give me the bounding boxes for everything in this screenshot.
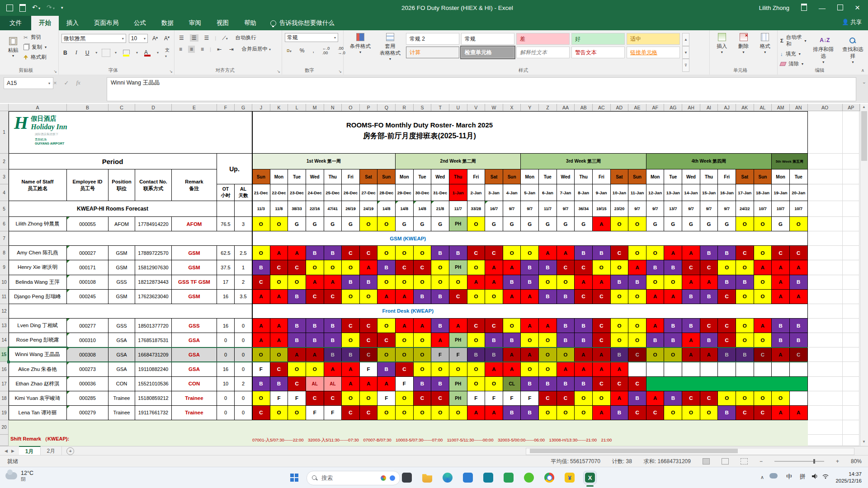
shift-cell[interactable]: A — [521, 319, 539, 333]
shift-cell[interactable]: O — [557, 406, 575, 420]
column-title-contact-no-[interactable]: Contact No.联系方式 — [135, 169, 172, 201]
forecast-label-cell[interactable]: KWEAP-HI Rooms Forecast — [9, 201, 217, 217]
row-header-9[interactable]: 9 — [0, 260, 9, 275]
shift-cell[interactable]: F — [485, 391, 503, 406]
shift-cell[interactable]: A — [377, 290, 396, 304]
empty-cell[interactable] — [843, 154, 859, 169]
shift-cell[interactable]: B — [557, 377, 575, 391]
empty-cell[interactable] — [808, 304, 843, 319]
row-header-10[interactable]: 10 — [0, 275, 9, 290]
shift-cell[interactable]: A — [270, 319, 288, 333]
column-header-G[interactable]: G — [235, 104, 252, 111]
shift-cell[interactable]: G — [342, 217, 360, 231]
date-cell[interactable]: 1-Jan — [449, 184, 467, 201]
forecast-cell[interactable]: 14/8 — [396, 201, 414, 217]
column-header-AO[interactable]: AO — [808, 104, 843, 111]
column-header-K[interactable]: K — [270, 104, 288, 111]
shift-cell[interactable]: B — [718, 275, 736, 290]
shift-cell[interactable]: A — [503, 347, 521, 362]
ribbon-tab-开始[interactable]: 开始 — [31, 16, 59, 30]
ot-value-cell[interactable]: 37.5 — [217, 260, 235, 275]
column-header-E[interactable]: E — [172, 104, 217, 111]
al-value-cell[interactable]: 0 — [235, 319, 252, 333]
date-cell[interactable]: 2-Jan — [467, 184, 486, 201]
volume-icon[interactable] — [811, 473, 818, 482]
shift-cell[interactable]: C — [700, 260, 718, 275]
shift-cell[interactable]: C — [414, 260, 432, 275]
page-break-view-icon[interactable] — [741, 458, 748, 465]
empty-cell[interactable] — [843, 333, 859, 347]
cell-style-链接单元格[interactable]: 链接单元格 — [627, 47, 680, 58]
bottom-align-button[interactable]: ☰ — [203, 34, 211, 42]
row-header-14[interactable]: 14 — [0, 333, 9, 347]
al-value-cell[interactable]: 0 — [235, 333, 252, 347]
shift-cell[interactable]: B — [539, 260, 557, 275]
shift-cell[interactable]: O — [306, 260, 324, 275]
row-header-19[interactable]: 19 — [0, 406, 9, 420]
shift-cell[interactable]: C — [288, 377, 306, 391]
shift-cell[interactable]: A — [593, 275, 611, 290]
shift-cell[interactable] — [664, 362, 682, 376]
date-cell[interactable]: 19-Jan — [772, 184, 790, 201]
shift-cell[interactable]: B — [539, 377, 557, 391]
shift-cell[interactable]: O — [324, 260, 342, 275]
empty-cell[interactable] — [808, 333, 843, 347]
shift-cell[interactable]: C — [611, 377, 629, 391]
column-header-W[interactable]: W — [485, 104, 503, 111]
shift-cell[interactable]: B — [252, 260, 270, 275]
shift-cell[interactable]: O — [593, 391, 611, 406]
shift-cell[interactable]: O — [396, 391, 414, 406]
shift-cell[interactable]: G — [521, 217, 539, 231]
forecast-cell[interactable]: 9/7 — [682, 201, 700, 217]
shift-cell[interactable]: C — [485, 246, 503, 260]
shift-cell[interactable]: A — [377, 377, 396, 391]
date-cell[interactable]: 9-Jan — [593, 184, 611, 201]
shift-cell[interactable]: C — [611, 246, 629, 260]
shift-cell[interactable]: C — [772, 246, 790, 260]
shift-cell[interactable]: G — [306, 217, 324, 231]
empty-cell[interactable] — [843, 362, 859, 376]
shift-cell[interactable]: O — [575, 391, 593, 406]
shift-cell[interactable]: C — [575, 290, 593, 304]
shift-cell[interactable]: B — [557, 290, 575, 304]
percent-button[interactable]: % — [298, 47, 307, 54]
shift-cell[interactable]: PH — [449, 377, 467, 391]
empty-cell[interactable] — [808, 290, 843, 304]
shift-cell[interactable]: B — [503, 406, 521, 420]
forecast-cell[interactable]: 9/7 — [503, 201, 521, 217]
shift-cell[interactable]: B — [503, 275, 521, 290]
shift-cell[interactable]: B — [485, 347, 503, 362]
shift-cell[interactable]: A — [790, 290, 808, 304]
empty-cell[interactable] — [808, 377, 843, 391]
forecast-cell[interactable]: 14/8 — [377, 201, 396, 217]
shift-cell[interactable]: A — [646, 290, 665, 304]
al-value-cell[interactable]: 1 — [235, 260, 252, 275]
ime-mode-indicator[interactable]: 拼 — [800, 473, 806, 481]
ribbon-tab-页面布局[interactable]: 页面布局 — [86, 16, 126, 30]
shift-cell[interactable]: O — [628, 290, 646, 304]
ot-value-cell[interactable]: 0 — [217, 333, 235, 347]
merge-center-button[interactable]: 合并后居中 ▾ — [240, 45, 273, 53]
column-header-U[interactable]: U — [449, 104, 467, 111]
row-header-5[interactable]: 5 — [0, 201, 9, 217]
shift-cell[interactable]: A — [539, 319, 557, 333]
shift-cell[interactable]: A — [575, 275, 593, 290]
copy-button[interactable]: 复制 ▾ — [24, 44, 47, 51]
shift-cell[interactable]: B — [718, 406, 736, 420]
shift-cell[interactable]: C — [306, 290, 324, 304]
employee-id-cell[interactable]: 000055 — [67, 217, 108, 231]
date-cell[interactable]: 25-Dec — [324, 184, 342, 201]
day-name-cell[interactable]: Fri — [718, 169, 736, 184]
shift-cell[interactable]: O — [485, 290, 503, 304]
period-header-cell[interactable]: Period — [9, 154, 217, 169]
empty-cell[interactable] — [808, 154, 843, 169]
shift-cell[interactable]: B — [431, 377, 449, 391]
empty-cell[interactable] — [808, 319, 843, 333]
empty-cell[interactable] — [808, 184, 843, 201]
shift-cell[interactable]: C — [449, 290, 467, 304]
ribbon-tab-视图[interactable]: 视图 — [209, 16, 236, 30]
clear-button[interactable]: 清除 ▾ — [780, 61, 807, 67]
forecast-cell[interactable]: 24/19 — [360, 201, 378, 217]
shift-cell[interactable]: O — [414, 275, 432, 290]
shift-cell[interactable]: B — [664, 391, 682, 406]
